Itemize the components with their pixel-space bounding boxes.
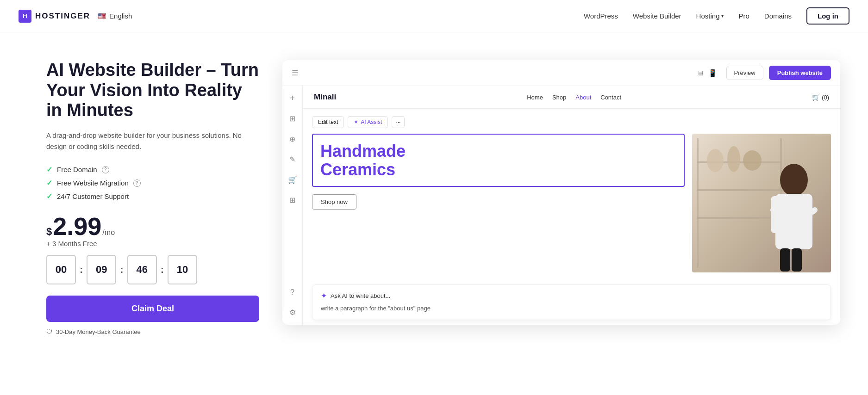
logo-icon: H (19, 10, 31, 23)
edit-toolbar: Edit text ✦ AI Assist ··· (312, 116, 831, 128)
claim-deal-button[interactable]: Claim Deal (46, 296, 259, 322)
timer-seconds: 46 (127, 255, 157, 284)
feature-label: 24/7 Customer Support (57, 192, 129, 200)
price-dollar: $ (46, 226, 52, 238)
mobile-icon[interactable]: 📱 (708, 69, 717, 77)
site-logo: Minali (314, 93, 336, 102)
ai-suggestion-label: Ask AI to write about... (331, 292, 390, 299)
svg-rect-3 (697, 138, 699, 268)
price-bonus: + 3 Months Free (46, 240, 259, 247)
grid-icon[interactable]: ⊞ (285, 192, 300, 207)
hero-text-area: Handmade Ceramics Shop now (312, 134, 685, 210)
nav-domains[interactable]: Domains (764, 12, 792, 20)
countdown-timer: 00 : 09 : 46 : 10 (46, 255, 259, 284)
shop-now-button[interactable]: Shop now (312, 194, 356, 210)
help-icon[interactable]: ? (133, 179, 141, 187)
edit-text-button[interactable]: Edit text (312, 116, 344, 128)
hero-image-bg (692, 134, 831, 272)
plus-icon[interactable]: + (285, 91, 300, 105)
logo[interactable]: H HOSTINGER (19, 10, 90, 23)
hero-image (692, 134, 831, 272)
site-nav-shop[interactable]: Shop (552, 94, 566, 101)
builder-canvas: Minali Home Shop About Contact 🛒 (0) (303, 86, 840, 325)
hero-title: AI Website Builder – Turn Your Vision In… (46, 60, 259, 121)
site-nav-about[interactable]: About (575, 94, 591, 101)
preview-button[interactable]: Preview (726, 66, 763, 80)
cart-icon: 🛒 (812, 93, 820, 101)
chevron-down-icon: ▾ (721, 13, 724, 19)
builder-window: ☰ 🖥 📱 Preview Publish website + ⊞ ⊕ ✎ (282, 60, 840, 325)
hero-subtitle: A drag-and-drop website builder for your… (46, 130, 259, 152)
logo-text: HOSTINGER (35, 12, 90, 21)
ai-suggestion-header: ✦ Ask AI to write about... (321, 291, 822, 300)
price-per: /mo (102, 228, 115, 237)
right-panel: ☰ 🖥 📱 Preview Publish website + ⊞ ⊕ ✎ (282, 60, 840, 325)
help-icon[interactable]: ? (102, 166, 109, 173)
svg-point-8 (780, 164, 808, 196)
settings-icon[interactable]: ⚙ (285, 305, 300, 320)
feature-label: Free Domain (57, 166, 97, 173)
layers-icon[interactable]: ⊞ (285, 111, 300, 126)
sparkle-icon: ✦ (354, 119, 358, 125)
publish-website-button[interactable]: Publish website (769, 66, 831, 80)
canvas-hero: Edit text ✦ AI Assist ··· Handmade (303, 109, 840, 280)
cart-sidebar-icon[interactable]: 🛒 (285, 172, 300, 187)
desktop-icon[interactable]: 🖥 (697, 69, 704, 77)
guarantee-label: 30-Day Money-Back Guarantee (56, 328, 141, 335)
price-section: $ 2.99 /mo + 3 Months Free (46, 214, 259, 247)
cart-count: (0) (822, 94, 829, 101)
site-header: Minali Home Shop About Contact 🛒 (0) (303, 86, 840, 109)
main-content: AI Website Builder – Turn Your Vision In… (0, 32, 868, 354)
device-icons: 🖥 📱 (697, 69, 717, 77)
feature-migration: ✓ Free Website Migration ? (46, 179, 259, 187)
timer-minutes: 09 (87, 255, 116, 284)
ai-suggestion-box: ✦ Ask AI to write about... write a parag… (312, 284, 831, 320)
guarantee: 🛡 30-Day Money-Back Guarantee (46, 328, 259, 335)
help-sidebar-icon[interactable]: ? (285, 285, 300, 300)
check-icon: ✓ (46, 179, 52, 187)
main-header: H HOSTINGER 🇺🇸 English WordPress Website… (0, 0, 868, 32)
svg-point-5 (707, 149, 724, 172)
svg-rect-2 (697, 217, 780, 219)
price-display: $ 2.99 /mo (46, 214, 259, 239)
language-label: English (109, 12, 132, 20)
shield-icon: 🛡 (46, 328, 52, 335)
svg-point-6 (727, 146, 740, 172)
language-selector[interactable]: 🇺🇸 English (98, 12, 132, 20)
hamburger-icon[interactable]: ☰ (292, 68, 298, 77)
hero-heading-box[interactable]: Handmade Ceramics (312, 134, 685, 187)
feature-free-domain: ✓ Free Domain ? (46, 165, 259, 174)
ai-assist-label: AI Assist (361, 119, 382, 125)
person-illustration (692, 134, 831, 272)
nav-pro[interactable]: Pro (738, 12, 749, 20)
check-icon: ✓ (46, 192, 52, 201)
cart-area[interactable]: 🛒 (0) (812, 93, 829, 101)
toolbar-icons: ☰ (292, 68, 298, 77)
builder-sidebar: + ⊞ ⊕ ✎ 🛒 ⊞ ? ⚙ (282, 86, 303, 325)
login-button[interactable]: Log in (806, 7, 849, 25)
hosting-label: Hosting (696, 12, 720, 20)
timer-tenths: 10 (168, 255, 197, 284)
edit-icon[interactable]: ✎ (285, 152, 300, 167)
site-nav-contact[interactable]: Contact (600, 94, 621, 101)
globe-icon[interactable]: ⊕ (285, 131, 300, 146)
flag-icon: 🇺🇸 (98, 12, 106, 20)
timer-separator: : (80, 264, 83, 276)
header-left: H HOSTINGER 🇺🇸 English (19, 10, 132, 23)
nav-website-builder[interactable]: Website Builder (633, 12, 681, 20)
ai-suggestion-text: write a paragraph for the "about us" pag… (321, 304, 822, 313)
feature-label: Free Website Migration (57, 179, 129, 187)
main-nav: WordPress Website Builder Hosting ▾ Pro … (584, 7, 849, 25)
left-panel: AI Website Builder – Turn Your Vision In… (46, 60, 259, 335)
more-options-button[interactable]: ··· (392, 116, 405, 128)
site-nav-home[interactable]: Home (527, 94, 543, 101)
timer-separator: : (120, 264, 123, 276)
nav-hosting[interactable]: Hosting ▾ (696, 12, 724, 20)
svg-rect-1 (697, 189, 780, 191)
svg-rect-12 (780, 248, 790, 272)
nav-wordpress[interactable]: WordPress (584, 12, 618, 20)
check-icon: ✓ (46, 165, 52, 174)
builder-toolbar: ☰ 🖥 📱 Preview Publish website (282, 60, 840, 86)
ai-assist-button[interactable]: ✦ AI Assist (348, 116, 388, 128)
price-amount: 2.99 (53, 214, 101, 239)
